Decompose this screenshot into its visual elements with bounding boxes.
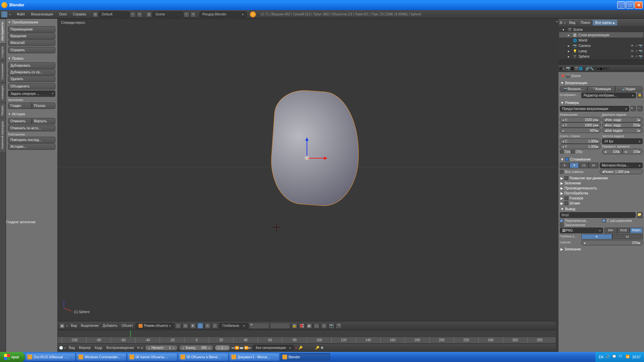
frame-step-field[interactable]: ◂Шаг кадра:1▸ xyxy=(602,128,643,133)
collapse-icon[interactable]: ▸ xyxy=(66,324,68,327)
visibility-icon[interactable]: 👁 xyxy=(631,55,634,58)
aa-16[interactable]: 16 xyxy=(589,163,598,168)
tab-object-icon[interactable]: □ xyxy=(583,67,585,70)
output-header[interactable]: ▼Вывод xyxy=(560,206,643,212)
menu-select[interactable]: Выделение xyxy=(79,324,100,327)
full-sample-checkbox[interactable]: Все сэмплы xyxy=(560,169,598,174)
outliner-row-camera[interactable]: ▸📷Camera👁↗📷 xyxy=(559,43,643,48)
system-tray[interactable]: EN 🔊 💬 🛡 📶 20:57 xyxy=(595,352,644,362)
taskbar-item[interactable]: 06 Капля Объекты ... xyxy=(127,353,177,361)
editor-type-timeline-icon[interactable]: 🕐 xyxy=(59,346,63,350)
screen-layout-field[interactable]: Default xyxy=(99,11,129,17)
clock[interactable]: 20:57 xyxy=(632,355,641,359)
animation-button[interactable]: 🎬Анимация xyxy=(587,86,615,92)
tab-scene-icon[interactable]: 🎬 xyxy=(574,67,578,70)
tab-grease-pencil[interactable]: Эскизный карандаш xyxy=(0,118,6,152)
tab-material-icon[interactable]: ● xyxy=(597,67,599,70)
sync-dropdown[interactable]: Без синхронизации◆ xyxy=(253,345,294,351)
pixel-size-field[interactable]: ◂Разме: 1.000 px▸ xyxy=(600,169,643,174)
editor-type-outliner-icon[interactable]: ☰ xyxy=(559,21,562,24)
translate-button[interactable]: Перемещение xyxy=(8,26,55,33)
render-anim-icon[interactable]: 🎬 xyxy=(336,323,342,329)
format-dropdown[interactable]: 🖼 PNG◆ xyxy=(560,228,603,233)
pivot-icon[interactable]: ⊙ xyxy=(182,323,189,329)
outliner-view-menu[interactable]: Вид xyxy=(567,20,578,25)
menu-file[interactable]: Файл xyxy=(14,11,28,17)
language-indicator[interactable]: EN xyxy=(599,355,603,359)
compression-field[interactable]: ◂15%▸ xyxy=(581,240,643,245)
scene-add-button[interactable]: + xyxy=(183,11,190,17)
shade-smooth-button[interactable]: Гладко xyxy=(8,103,32,109)
overwrite-checkbox[interactable]: Перезаписыв... xyxy=(560,219,601,223)
render-section-header[interactable]: ▼Визуализация xyxy=(560,80,643,85)
selectable-icon[interactable]: ↗ xyxy=(635,49,638,53)
tray-icon[interactable]: 🔊 xyxy=(605,355,610,359)
key-delete-icon[interactable]: ✖ xyxy=(321,346,323,350)
timeline-track[interactable] xyxy=(58,330,556,337)
aa-8[interactable]: 8 xyxy=(570,163,579,168)
outliner-search-menu[interactable]: Поиск xyxy=(578,20,593,25)
manipulator-translate-icon[interactable]: ↔ xyxy=(197,323,203,329)
transform-header[interactable]: ▼Преобразование xyxy=(7,19,57,25)
screen-browse-icon[interactable]: ⊞ xyxy=(92,11,98,17)
outliner-row-scene[interactable]: ▾🎬Scene xyxy=(559,27,643,32)
tab-particles-icon[interactable]: ✦ xyxy=(603,67,605,70)
scene-field[interactable]: Scene xyxy=(153,11,183,17)
expand-icon[interactable]: ▸ xyxy=(566,49,571,53)
menu-marker[interactable]: Маркер xyxy=(77,346,92,350)
taskbar-item[interactable]: Doc:RU/2.6/Manual - ... xyxy=(25,353,75,361)
aa-filter-dropdown[interactable]: Митчелл-Нетра...◆ xyxy=(600,163,643,168)
render-icon[interactable]: 📷 xyxy=(328,323,334,329)
collapse-icon[interactable]: ▸ xyxy=(9,12,13,16)
lock-interface-icon[interactable]: 🔒 xyxy=(637,93,643,98)
expand-icon[interactable]: ▸ xyxy=(566,54,571,59)
keying-set-icon[interactable]: 🔑 xyxy=(299,346,303,350)
play-button[interactable]: ▶ xyxy=(241,346,244,350)
menu-help[interactable]: Справка xyxy=(70,11,89,17)
range-lock-icon[interactable]: ⊏ xyxy=(141,346,144,350)
undo-button[interactable]: Отменить xyxy=(8,118,32,124)
manipulator-icon[interactable]: ✥ xyxy=(190,323,196,329)
keyframe-prev-button[interactable]: ⏪ xyxy=(235,346,239,350)
visibility-icon[interactable]: 👁 xyxy=(631,49,634,53)
mode-selector[interactable]: Режим объекта ◆ xyxy=(136,323,174,329)
preset-add-button[interactable]: + xyxy=(631,106,636,111)
area-resizer[interactable] xyxy=(556,19,558,352)
remap-new-field[interactable]: ◂ :100▸ xyxy=(622,149,643,154)
operator-panel-header[interactable]: ▼Гладкое затенение xyxy=(6,219,58,225)
keyframe-next-button[interactable]: ⏩ xyxy=(244,346,248,350)
dimensions-section-header[interactable]: ▼Размеры xyxy=(560,100,643,105)
performance-header[interactable]: ▶Производительность xyxy=(560,186,643,191)
shade-flat-button[interactable]: Плоско xyxy=(32,103,56,109)
selectable-icon[interactable]: ↗ xyxy=(635,44,638,48)
tab-relations[interactable]: Отношения xyxy=(0,60,6,82)
mode-bw[interactable]: BW xyxy=(604,228,617,233)
delete-button[interactable]: Удалить xyxy=(8,76,55,82)
tab-texture-icon[interactable]: ▦ xyxy=(599,67,602,70)
aa-11[interactable]: 11 xyxy=(579,163,589,168)
motion-blur-header[interactable]: ▶Размытие при движении xyxy=(560,176,643,181)
play-reverse-button[interactable]: ◀ xyxy=(239,346,241,350)
history-button[interactable]: История... xyxy=(8,143,55,150)
gizmo-x-axis[interactable] xyxy=(307,158,327,159)
menu-view[interactable]: Вид xyxy=(67,346,76,350)
manipulator-rotate-icon[interactable]: ↻ xyxy=(205,323,211,329)
tab-constraints-icon[interactable]: 🔗 xyxy=(585,67,589,70)
border-checkbox[interactable]: Гра xyxy=(560,150,570,154)
browse-folder-icon[interactable]: 📁 xyxy=(637,212,643,218)
tab-world-icon[interactable]: 🌐 xyxy=(579,67,583,70)
tab-data-icon[interactable]: ▽ xyxy=(594,67,597,70)
orientation-dropdown[interactable]: Глобально◆ xyxy=(219,323,248,328)
render-engine-dropdown[interactable]: Рендер Blender◆ xyxy=(200,11,247,17)
post-header[interactable]: ▶Постобработка xyxy=(560,191,643,196)
preset-remove-button[interactable]: − xyxy=(637,106,643,111)
renderable-icon[interactable]: 📷 xyxy=(639,55,643,58)
duplicate-button[interactable]: Дублировать xyxy=(8,62,55,69)
remap-old-field[interactable]: ◂:100▸ xyxy=(602,149,623,154)
menu-render[interactable]: Визуализация xyxy=(29,11,56,17)
playhead[interactable] xyxy=(130,330,131,337)
resolution-y-field[interactable]: ◂ Y:1080 px▸ xyxy=(560,122,601,128)
start-frame-field[interactable]: ◂Начало: 1▸ xyxy=(145,345,178,351)
menu-playback[interactable]: Воспроизведение xyxy=(105,346,136,350)
outliner-row-renderlayers[interactable]: ▸🖼Слои визуализации xyxy=(559,32,643,38)
